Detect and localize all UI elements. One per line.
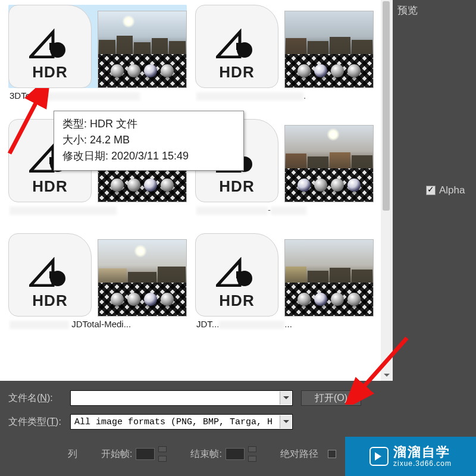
- preview-label: 预览: [397, 4, 418, 377]
- end-frame-field[interactable]: 结束帧:: [190, 446, 256, 462]
- abs-path-checkbox[interactable]: 绝对路径: [280, 446, 336, 462]
- hdr-badge: HDR: [32, 63, 67, 82]
- file-item[interactable]: HDR .: [195, 5, 374, 102]
- svg-rect-14: [49, 271, 59, 278]
- dropdown-button[interactable]: [280, 415, 292, 428]
- filename-input[interactable]: [70, 390, 293, 406]
- hdr-file-icon: HDR: [8, 5, 92, 88]
- hdr-badge: HDR: [219, 177, 254, 196]
- file-item[interactable]: HDR JDTotal-Medi...: [8, 233, 187, 331]
- file-name-label: JDTotal-Medi...: [8, 319, 187, 331]
- svg-rect-2: [49, 43, 59, 50]
- filetype-select[interactable]: All image formats (PNG, BMP, Targa, H: [70, 414, 293, 430]
- hdr-file-icon: HDR: [8, 233, 92, 317]
- scrollbar[interactable]: [381, 0, 393, 381]
- hdr-badge: HDR: [32, 292, 67, 310]
- hdr-preview-thumbnail: [284, 239, 374, 317]
- hdr-badge: HDR: [219, 292, 254, 310]
- svg-line-19: [359, 338, 407, 392]
- hdr-file-icon: HDR: [195, 5, 278, 88]
- file-browser: HDR 3DTot HDR: [0, 0, 393, 381]
- annotation-arrow-icon: [2, 88, 56, 159]
- logo-text-cn: 溜溜自学: [393, 445, 452, 459]
- hdr-preview-thumbnail: [284, 125, 374, 202]
- tooltip-date: 修改日期: 2020/3/11 15:49: [62, 148, 235, 164]
- svg-line-18: [10, 96, 39, 154]
- hdr-file-icon: HDR: [195, 233, 278, 317]
- svg-rect-17: [236, 271, 246, 278]
- hdr-badge: HDR: [219, 63, 254, 82]
- file-tooltip: 类型: HDR 文件 大小: 24.2 MB 修改日期: 2020/3/11 1…: [54, 111, 244, 171]
- dropdown-button[interactable]: [280, 392, 292, 405]
- alpha-checkbox[interactable]: [426, 186, 436, 195]
- alpha-label: Alpha: [439, 184, 465, 196]
- file-name-label: .: [195, 90, 374, 102]
- file-item[interactable]: HDR JDT......: [195, 233, 374, 331]
- file-name-label: -: [195, 205, 374, 217]
- logo-text-en: zixue.3d66.com: [393, 460, 452, 468]
- svg-rect-5: [236, 43, 246, 50]
- file-name-label: JDT......: [195, 319, 374, 331]
- filename-label: 文件名(N):: [8, 392, 62, 405]
- start-frame-field[interactable]: 开始帧:: [101, 446, 167, 462]
- annotation-arrow-icon: [345, 333, 416, 405]
- hdr-preview-thumbnail: [98, 11, 187, 88]
- filetype-label: 文件类型(T):: [8, 416, 62, 428]
- tooltip-size: 大小: 24.2 MB: [62, 132, 235, 148]
- file-name-label: [8, 205, 187, 217]
- tooltip-type: 类型: HDR 文件: [62, 116, 235, 132]
- hdr-preview-thumbnail: [98, 239, 187, 317]
- hdr-badge: HDR: [32, 177, 67, 196]
- preview-panel: 预览 Alpha: [393, 0, 476, 381]
- watermark-logo: 溜溜自学 zixue.3d66.com: [345, 437, 476, 476]
- scroll-thumb[interactable]: [383, 1, 390, 211]
- play-icon: [369, 447, 389, 466]
- hdr-preview-thumbnail: [284, 11, 374, 88]
- column-option[interactable]: 列: [68, 446, 77, 462]
